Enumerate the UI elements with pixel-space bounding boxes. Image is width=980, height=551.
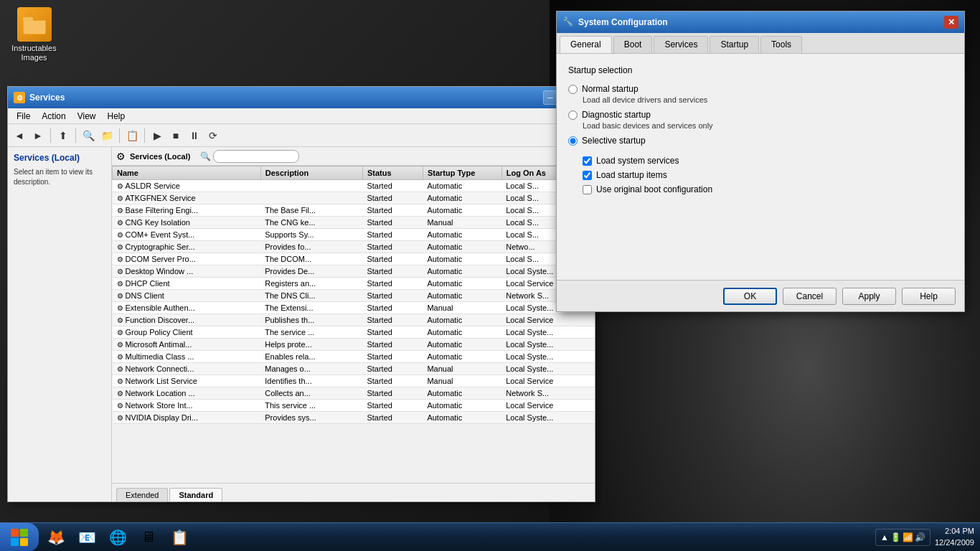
radio-label-selective[interactable]: Selective startup xyxy=(568,136,953,146)
service-desc: Identifies th... xyxy=(260,375,362,387)
service-desc: Collects an... xyxy=(260,387,362,400)
service-status: Started xyxy=(362,229,423,241)
table-row[interactable]: ⚙ASLDR Service Started Automatic Local S… xyxy=(113,180,595,192)
desktop-icon-instructables[interactable]: Instructables Images xyxy=(7,7,61,62)
service-name: ⚙Cryptographic Ser... xyxy=(113,241,261,253)
syscfg-titlebar[interactable]: 🔧 System Configuration ✕ xyxy=(557,11,964,33)
toolbar-folder[interactable]: 📁 xyxy=(98,127,116,144)
toolbar-forward[interactable]: ► xyxy=(29,127,47,144)
table-row[interactable]: ⚙Cryptographic Ser... Provides fo... Sta… xyxy=(113,241,595,253)
section-title: Startup selection xyxy=(568,65,953,75)
service-desc: This service ... xyxy=(260,400,362,412)
col-description[interactable]: Description xyxy=(260,166,362,180)
service-desc: Manages o... xyxy=(260,363,362,375)
tab-tools[interactable]: Tools xyxy=(760,36,802,53)
service-startup: Manual xyxy=(423,302,501,314)
toolbar-pause-service[interactable]: ⏸ xyxy=(186,127,203,144)
checkbox-system-services-label: Load system services xyxy=(596,156,679,166)
toolbar-search[interactable]: 🔍 xyxy=(80,127,97,144)
taskbar-app-firefox[interactable]: 🦊 xyxy=(42,525,70,550)
syscfg-title-icon: 🔧 xyxy=(562,17,574,28)
services-titlebar[interactable]: ⚙ Services ─ □ ✕ xyxy=(8,87,595,108)
tab-startup[interactable]: Startup xyxy=(710,36,759,53)
menu-view[interactable]: View xyxy=(72,110,102,123)
table-row[interactable]: ⚙Desktop Window ... Provides De... Start… xyxy=(113,265,595,278)
table-row[interactable]: ⚙Multimedia Class ... Enables rela... St… xyxy=(113,351,595,363)
toolbar-restart-service[interactable]: ⟳ xyxy=(204,127,222,144)
bottom-tabs: Extended Standard xyxy=(112,483,595,501)
service-startup: Automatic xyxy=(423,180,501,192)
tab-services[interactable]: Services xyxy=(654,36,708,53)
search-icon: 🔍 xyxy=(200,151,211,161)
tab-general[interactable]: General xyxy=(560,36,612,53)
table-row[interactable]: ⚙Network List Service Identifies th... S… xyxy=(113,375,595,387)
toolbar-properties[interactable]: 📋 xyxy=(123,127,141,144)
table-row[interactable]: ⚙Network Store Int... This service ... S… xyxy=(113,400,595,412)
start-button[interactable] xyxy=(0,523,39,552)
radio-normal-desc: Load all device drivers and services xyxy=(583,95,953,104)
checkbox-startup-items[interactable] xyxy=(583,171,592,180)
service-startup: Automatic xyxy=(423,387,501,400)
service-startup: Automatic xyxy=(423,412,501,424)
toolbar-stop-service[interactable]: ■ xyxy=(167,127,184,144)
col-name[interactable]: Name xyxy=(113,166,261,180)
table-row[interactable]: ⚙Base Filtering Engi... The Base Fil... … xyxy=(113,204,595,217)
checkbox-load-system[interactable]: Load system services xyxy=(583,156,953,166)
main-panel: ⚙ Services (Local) 🔍 Name Description xyxy=(112,147,595,501)
service-status: Started xyxy=(362,278,423,290)
services-table-container[interactable]: Name Description Status Startup Type Log… xyxy=(112,166,595,483)
radio-normal[interactable] xyxy=(568,85,578,94)
svg-rect-5 xyxy=(11,538,19,546)
apply-button[interactable]: Apply xyxy=(842,288,896,305)
table-row[interactable]: ⚙Network Location ... Collects an... Sta… xyxy=(113,387,595,400)
table-row[interactable]: ⚙NVIDIA Display Dri... Provides sys... S… xyxy=(113,412,595,424)
table-row[interactable]: ⚙Extensible Authen... The Extensi... Sta… xyxy=(113,302,595,314)
radio-label-diagnostic[interactable]: Diagnostic startup xyxy=(568,110,953,120)
menu-file[interactable]: File xyxy=(11,110,36,123)
checkbox-original-boot[interactable]: Use original boot configuration xyxy=(583,184,953,194)
checkbox-load-startup[interactable]: Load startup items xyxy=(583,170,953,180)
table-row[interactable]: ⚙COM+ Event Syst... Supports Sy... Start… xyxy=(113,229,595,241)
radio-diagnostic[interactable] xyxy=(568,110,578,120)
table-row[interactable]: ⚙DNS Client The DNS Cli... Started Autom… xyxy=(113,290,595,302)
table-row[interactable]: ⚙Group Policy Client The service ... Sta… xyxy=(113,326,595,339)
cancel-button[interactable]: Cancel xyxy=(783,288,837,305)
toolbar-back[interactable]: ◄ xyxy=(11,127,28,144)
tray-network-icon: 📶 xyxy=(903,532,913,542)
menu-help[interactable]: Help xyxy=(102,110,131,123)
radio-selective[interactable] xyxy=(568,136,578,146)
tab-extended[interactable]: Extended xyxy=(116,488,168,501)
col-status[interactable]: Status xyxy=(362,166,423,180)
minimize-button[interactable]: ─ xyxy=(543,90,557,105)
service-desc: The Extensi... xyxy=(260,302,362,314)
toolbar-start-service[interactable]: ▶ xyxy=(149,127,166,144)
table-row[interactable]: ⚙DHCP Client Registers an... Started Aut… xyxy=(113,278,595,290)
checkbox-system-services[interactable] xyxy=(583,156,592,166)
ok-button[interactable]: OK xyxy=(723,288,777,305)
service-logon: Local Service xyxy=(501,375,594,387)
table-row[interactable]: ⚙ATKGFNEX Service Started Automatic Loca… xyxy=(113,192,595,204)
radio-label-normal[interactable]: Normal startup xyxy=(568,84,953,94)
table-row[interactable]: ⚙Function Discover... Publishes th... St… xyxy=(113,314,595,326)
help-button[interactable]: Help xyxy=(902,288,956,305)
table-row[interactable]: ⚙CNG Key Isolation The CNG ke... Started… xyxy=(113,217,595,229)
taskbar-app-5[interactable]: 📋 xyxy=(165,525,194,550)
table-row[interactable]: ⚙Network Connecti... Manages o... Starte… xyxy=(113,363,595,375)
service-desc: Provides fo... xyxy=(260,241,362,253)
taskbar-app-thunderbird[interactable]: 📧 xyxy=(72,525,101,550)
taskbar-clock[interactable]: 2:04 PM 12/24/2009 xyxy=(935,526,974,548)
tab-boot[interactable]: Boot xyxy=(613,36,653,53)
search-input[interactable] xyxy=(213,150,299,163)
tab-standard[interactable]: Standard xyxy=(169,488,222,501)
table-row[interactable]: ⚙Microsoft Antimal... Helps prote... Sta… xyxy=(113,339,595,351)
service-startup: Automatic xyxy=(423,253,501,265)
col-startup[interactable]: Startup Type xyxy=(423,166,501,180)
checkbox-original-boot[interactable] xyxy=(583,185,592,194)
toolbar-up[interactable]: ⬆ xyxy=(55,127,72,144)
menu-action[interactable]: Action xyxy=(36,110,71,123)
syscfg-close-button[interactable]: ✕ xyxy=(944,16,958,29)
taskbar-app-4[interactable]: 🖥 xyxy=(134,525,163,550)
table-row[interactable]: ⚙DCOM Server Pro... The DCOM... Started … xyxy=(113,253,595,265)
taskbar-app-chrome[interactable]: 🌐 xyxy=(103,525,132,550)
service-desc: The service ... xyxy=(260,326,362,339)
